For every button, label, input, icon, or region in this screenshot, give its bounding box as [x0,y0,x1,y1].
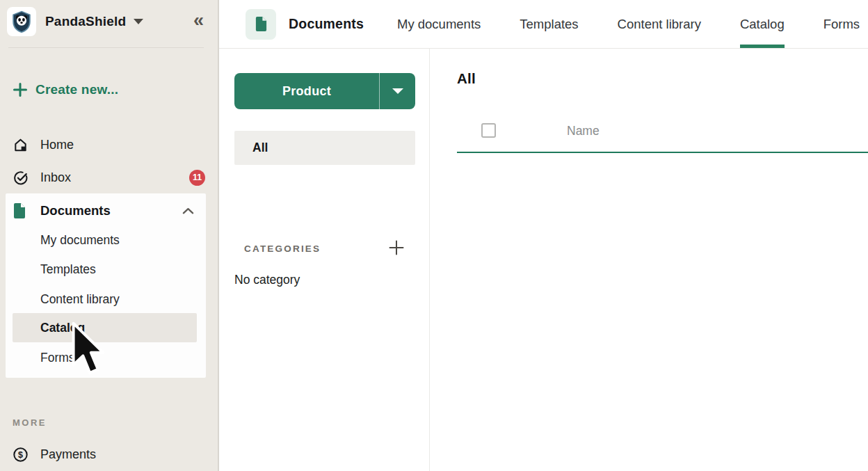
sidebar-item-catalog[interactable]: Catalog [13,313,197,342]
sidebar-item-templates[interactable]: Templates [13,255,197,284]
sidebar-collapse-button[interactable]: « [193,11,204,33]
sidebar-divider [8,47,204,48]
no-category-item[interactable]: No category [234,273,300,287]
header: Documents My documents Templates Content… [219,0,868,49]
sidebar-item-label: Home [40,138,74,152]
sidebar: PandaShield « Create new... Home Inbox 1… [0,0,219,471]
more-section-label: MORE [13,417,47,428]
catalog-list-area: All Name [431,49,868,471]
name-column-header[interactable]: Name [567,124,600,138]
tab-catalog[interactable]: Catalog [740,0,785,48]
sidebar-item-documents[interactable]: Documents [13,202,195,220]
payments-dollar-icon: $ [13,447,29,463]
filter-all-item[interactable]: All [234,131,415,165]
workspace-row: PandaShield « [7,7,204,36]
panda-shield-icon [10,10,33,33]
select-all-checkbox[interactable] [481,123,496,138]
workspace-name[interactable]: PandaShield [45,14,126,29]
sidebar-item-inbox[interactable]: Inbox 11 [13,168,205,186]
add-category-button[interactable] [388,239,405,256]
tab-content-library[interactable]: Content library [618,0,701,48]
create-new-label: Create new... [35,82,118,97]
home-icon [13,137,29,153]
tab-bar: My documents Templates Content library C… [397,0,860,48]
sidebar-item-label: Inbox [40,170,71,185]
categories-header-label: CATEGORIES [244,244,321,254]
list-heading: All [457,70,476,87]
add-product-button[interactable]: Product [234,73,379,109]
sidebar-item-content-library[interactable]: Content library [13,285,197,314]
plus-icon [388,239,405,256]
document-icon [13,202,26,219]
sidebar-item-label: Payments [40,447,96,462]
tab-forms[interactable]: Forms [823,0,860,48]
add-product-split-button: Product [234,73,415,109]
inbox-unread-badge: 11 [189,170,205,186]
inbox-check-icon [13,170,29,186]
plus-icon [13,82,28,97]
documents-group-label: Documents [40,203,111,218]
svg-text:$: $ [18,449,23,459]
sidebar-item-home[interactable]: Home [13,136,205,154]
workspace-logo[interactable] [7,7,36,36]
catalog-panel: Product All CATEGORIES No category [219,49,430,471]
sidebar-item-forms[interactable]: Forms [13,343,197,372]
chevron-up-icon[interactable] [182,207,195,215]
workspace-caret-down-icon[interactable] [134,19,143,24]
caret-down-icon [392,88,403,94]
table-header-divider [457,152,868,153]
sidebar-item-payments[interactable]: $ Payments [13,445,205,463]
tab-templates[interactable]: Templates [520,0,578,48]
tab-my-documents[interactable]: My documents [397,0,481,48]
documents-group: Documents My documents Templates Content… [6,193,206,378]
add-product-dropdown-button[interactable] [379,73,415,109]
page-title: Documents [289,16,364,32]
create-new-button[interactable]: Create new... [13,81,118,99]
sidebar-item-my-documents[interactable]: My documents [13,225,197,255]
documents-page-icon [246,9,276,40]
